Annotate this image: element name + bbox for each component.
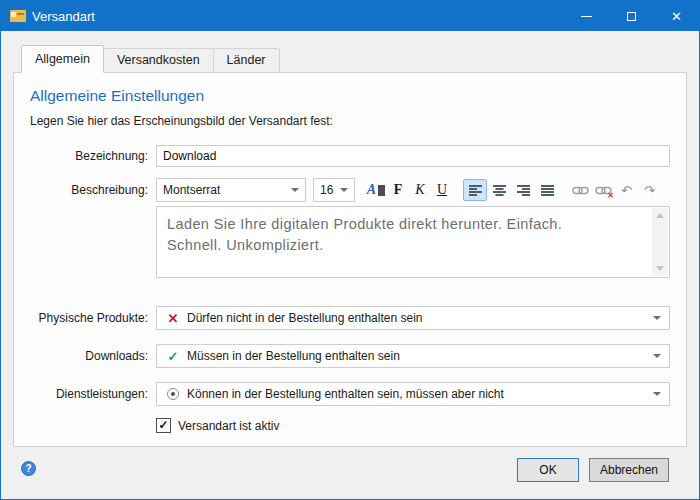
font-family-value: Montserrat: [163, 183, 220, 197]
beschreibung-row: Beschreibung: Montserrat 16 A: [30, 177, 670, 296]
section-heading: Allgemeine Einstellungen: [30, 87, 670, 105]
minimize-icon: [581, 16, 592, 17]
scroll-down-icon[interactable]: [652, 261, 668, 276]
dienstleistungen-label: Dienstleistungen:: [30, 387, 148, 401]
color-swatch-icon: [378, 185, 385, 196]
tab-bar: Allgemein Versandkosten Länder: [21, 45, 279, 73]
chevron-down-icon: [291, 188, 299, 192]
question-mark-icon: ?: [25, 463, 31, 474]
editor-toolbar: Montserrat 16 A F K U: [156, 177, 670, 203]
downloads-select[interactable]: ✓ Müssen in der Bestellung enthalten sei…: [156, 344, 670, 368]
tab-laender[interactable]: Länder: [213, 48, 280, 73]
titlebar[interactable]: Versandart ✕: [1, 1, 699, 31]
tab-panel-allgemein: Allgemeine Einstellungen Legen Sie hier …: [13, 72, 687, 447]
cancel-button[interactable]: Abbrechen: [589, 458, 669, 482]
downloads-row: Downloads: ✓ Müssen in der Bestellung en…: [30, 344, 670, 368]
downloads-label: Downloads:: [30, 349, 148, 363]
chevron-down-icon: [340, 188, 348, 192]
circle-dot-icon: [165, 388, 181, 400]
link-history-group: ✕ ↶ ↷: [569, 179, 661, 201]
bezeichnung-label: Bezeichnung:: [30, 149, 148, 163]
insert-link-button[interactable]: [569, 179, 592, 201]
dienstleistungen-select[interactable]: Können in der Bestellung enthalten sein,…: [156, 382, 670, 406]
physische-produkte-label: Physische Produkte:: [30, 311, 148, 325]
description-editor[interactable]: Laden Sie Ihre digitalen Produkte direkt…: [156, 206, 670, 278]
align-center-button[interactable]: [487, 179, 511, 201]
minimize-button[interactable]: [564, 1, 609, 31]
alignment-group: [463, 179, 559, 201]
align-right-icon: [517, 185, 530, 196]
tab-versandkosten[interactable]: Versandkosten: [103, 48, 214, 73]
bezeichnung-input[interactable]: [156, 145, 670, 167]
scroll-up-icon[interactable]: [652, 208, 668, 223]
physische-produkte-row: Physische Produkte: ✕ Dürfen nicht in de…: [30, 306, 670, 330]
dienstleistungen-row: Dienstleistungen: Können in der Bestellu…: [30, 382, 670, 406]
close-button[interactable]: ✕: [654, 1, 699, 31]
font-size-select[interactable]: 16: [313, 178, 355, 202]
chevron-down-icon: [653, 392, 661, 396]
close-icon: ✕: [671, 10, 682, 23]
window-title: Versandart: [32, 9, 95, 24]
dialog-buttons: OK Abbrechen: [517, 458, 669, 482]
maximize-icon: [627, 12, 636, 21]
italic-button[interactable]: K: [409, 179, 431, 201]
checkmark-icon: ✓: [158, 419, 168, 431]
beschreibung-label: Beschreibung:: [30, 183, 148, 197]
window-controls: ✕: [564, 1, 699, 31]
remove-link-button[interactable]: ✕: [592, 179, 615, 201]
align-right-button[interactable]: [511, 179, 535, 201]
section-subheading: Legen Sie hier das Erscheinungsbild der …: [30, 114, 670, 128]
green-check-icon: ✓: [165, 349, 181, 364]
downloads-value: Müssen in der Bestellung enthalten sein: [187, 349, 400, 363]
physische-produkte-value: Dürfen nicht in der Bestellung enthalten…: [187, 311, 422, 325]
editor-scrollbar[interactable]: [652, 208, 668, 276]
dienstleistungen-value: Können in der Bestellung enthalten sein,…: [187, 387, 504, 401]
tab-allgemein[interactable]: Allgemein: [21, 45, 104, 73]
text-style-group: A F K U: [365, 179, 453, 201]
unlink-x-mark: ✕: [607, 191, 614, 200]
help-button[interactable]: ?: [21, 461, 36, 476]
align-left-button[interactable]: [463, 179, 487, 201]
versandart-aktiv-checkbox[interactable]: ✓: [156, 418, 171, 433]
align-center-icon: [493, 185, 506, 196]
chevron-down-icon: [653, 354, 661, 358]
red-x-icon: ✕: [165, 311, 181, 326]
underline-button[interactable]: U: [431, 179, 453, 201]
versandart-dialog: Versandart ✕ Allgemein Versandkosten Län…: [0, 0, 700, 500]
app-icon: [10, 10, 26, 22]
description-text[interactable]: Laden Sie Ihre digitalen Produkte direkt…: [157, 207, 627, 263]
undo-button[interactable]: ↶: [615, 179, 638, 201]
bezeichnung-row: Bezeichnung:: [30, 145, 670, 167]
align-justify-icon: [541, 185, 554, 196]
aktiv-label: Versandart ist aktiv: [178, 419, 279, 433]
font-size-value: 16: [320, 183, 333, 197]
font-color-button[interactable]: A: [365, 179, 387, 201]
redo-button[interactable]: ↷: [638, 179, 661, 201]
align-left-icon: [469, 185, 482, 196]
bold-button[interactable]: F: [387, 179, 409, 201]
physische-produkte-select[interactable]: ✕ Dürfen nicht in der Bestellung enthalt…: [156, 306, 670, 330]
font-color-icon: A: [367, 182, 376, 198]
maximize-button[interactable]: [609, 1, 654, 31]
aktiv-row: ✓ Versandart ist aktiv: [156, 418, 670, 433]
chevron-down-icon: [653, 316, 661, 320]
ok-button[interactable]: OK: [517, 458, 579, 482]
font-family-select[interactable]: Montserrat: [156, 178, 306, 202]
align-justify-button[interactable]: [535, 179, 559, 201]
link-icon: [572, 185, 589, 196]
